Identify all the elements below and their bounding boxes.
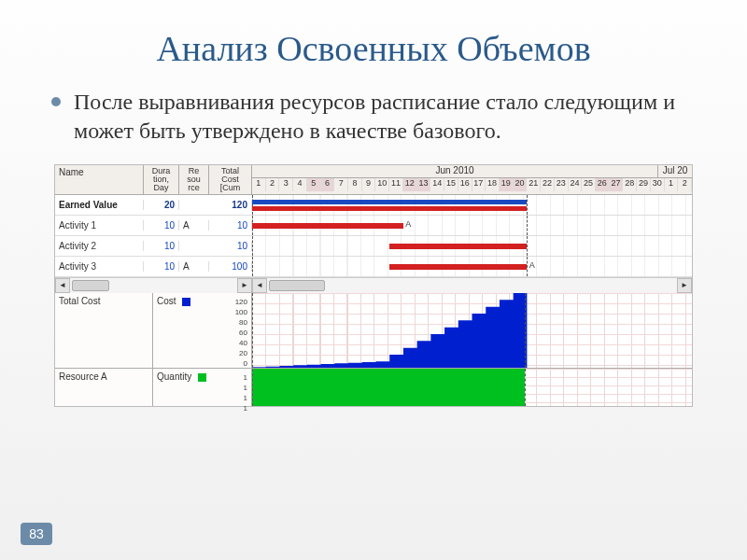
day-cell: 19: [500, 178, 514, 191]
day-cell: 6: [321, 178, 335, 191]
row-name: Activity 1: [55, 220, 144, 231]
row-cost: 100: [209, 261, 252, 272]
gantt-bar: [389, 264, 527, 270]
day-cell: 1: [252, 178, 266, 191]
day-cell: 5: [307, 178, 321, 191]
scrollbar: ◄ ► ◄ ►: [55, 277, 692, 292]
month-label-jul: Jul 20: [658, 165, 692, 177]
row-cost: 10: [209, 241, 252, 251]
gantt-area: [252, 236, 692, 256]
day-cell: 15: [444, 178, 458, 191]
day-cell: 10: [375, 178, 389, 191]
cost-legend: Cost 120100806040200: [153, 293, 252, 368]
gantt-area: A: [252, 216, 692, 235]
day-cell: 28: [623, 178, 637, 191]
gantt-rows: Earned Value 20 120 Activity 1 10 A 10 A…: [55, 195, 692, 277]
table-row: Activity 3 10 A 100 A: [55, 257, 692, 277]
slide-title: Анализ Освоенных Объемов: [37, 28, 710, 69]
slide: Анализ Освоенных Объемов После выравнива…: [0, 0, 747, 560]
day-cell: 27: [610, 178, 624, 191]
day-cell: 24: [569, 178, 583, 191]
cost-y-axis: 120100806040200: [235, 297, 247, 369]
day-cell: 14: [430, 178, 444, 191]
timeline-header: Jun 2010 Jul 20 123456789101112131415161…: [252, 165, 692, 194]
row-name: Activity 2: [55, 241, 144, 251]
gantt-area: [252, 195, 692, 215]
bullet-item: После выравнивания ресурсов расписание с…: [51, 88, 696, 146]
day-cell: 4: [293, 178, 307, 191]
bar-end-label: A: [405, 219, 411, 229]
day-cell: 21: [527, 178, 541, 191]
scroll-track[interactable]: [267, 278, 677, 293]
gantt-panel: Name Dura tion, Day Re sou rce Total Cos…: [54, 164, 693, 407]
row-duration: 10: [144, 220, 179, 231]
day-cell: 9: [362, 178, 376, 191]
bullet-text: После выравнивания ресурсов расписание с…: [74, 88, 696, 146]
row-name: Activity 3: [55, 261, 144, 272]
resource-section-label: Resource A: [55, 369, 153, 406]
day-cell: 20: [514, 178, 528, 191]
col-header-duration: Dura tion, Day: [144, 165, 179, 194]
day-cell: 13: [417, 178, 431, 191]
day-cell: 29: [637, 178, 651, 191]
day-cell: 22: [541, 178, 555, 191]
gantt-area: A: [252, 257, 692, 276]
resource-y-axis: 1111: [244, 372, 247, 413]
row-resource: A: [179, 261, 209, 272]
vline-end: [525, 369, 526, 406]
col-header-resource: Re sou rce: [179, 165, 209, 194]
cost-section-label: Total Cost: [55, 293, 153, 368]
gantt-bar: [389, 244, 527, 249]
day-cell: 1: [665, 178, 679, 191]
scroll-left-icon[interactable]: ◄: [55, 278, 70, 293]
resource-chart: [252, 369, 692, 406]
day-cell: 17: [472, 178, 486, 191]
row-cost: 120: [209, 200, 252, 210]
row-cost: 10: [209, 220, 252, 231]
vline-end: [525, 293, 526, 368]
day-cell: 2: [678, 178, 692, 191]
day-cell: 26: [596, 178, 610, 191]
row-duration: 10: [144, 241, 179, 251]
day-cell: 7: [334, 178, 348, 191]
day-cell: 23: [555, 178, 569, 191]
scroll-left-icon[interactable]: ◄: [252, 278, 267, 293]
scroll-thumb[interactable]: [72, 280, 109, 291]
row-resource: A: [179, 220, 209, 231]
resource-legend: Quantity 1111: [153, 369, 252, 406]
resource-section: Resource A Quantity 1111: [55, 368, 692, 406]
cost-legend-text: Cost: [157, 296, 176, 306]
day-scale: 1234567891011121314151617181920212223242…: [252, 178, 692, 191]
cost-area-icon: [252, 293, 692, 368]
bullet-dot-icon: [51, 97, 61, 106]
row-duration: 20: [144, 200, 179, 210]
table-row: Earned Value 20 120: [55, 195, 692, 216]
day-cell: 3: [279, 178, 293, 191]
vline-start: [252, 369, 253, 406]
resource-legend-swatch: [198, 373, 206, 382]
day-cell: 30: [651, 178, 665, 191]
vline-start: [252, 293, 253, 368]
resource-bar: [252, 369, 525, 406]
cost-chart: [252, 293, 692, 368]
gantt-bar: [252, 223, 403, 229]
bar-end-label: A: [529, 260, 535, 270]
scroll-track[interactable]: [70, 278, 237, 293]
table-row: Activity 1 10 A 10 A: [55, 216, 692, 236]
row-name: Earned Value: [55, 200, 144, 210]
day-cell: 8: [348, 178, 362, 191]
scroll-right-icon[interactable]: ►: [237, 278, 252, 293]
day-cell: 12: [403, 178, 417, 191]
day-cell: 16: [458, 178, 472, 191]
scroll-thumb[interactable]: [269, 280, 325, 291]
table-row: Activity 2 10 10: [55, 236, 692, 257]
day-cell: 2: [266, 178, 280, 191]
gantt-bar: [252, 200, 527, 204]
day-cell: 11: [389, 178, 403, 191]
gantt-bar: [252, 206, 527, 211]
row-duration: 10: [144, 261, 179, 272]
day-cell: 25: [582, 178, 596, 191]
month-label-jun: Jun 2010: [252, 165, 658, 177]
table-header: Name Dura tion, Day Re sou rce Total Cos…: [55, 165, 692, 195]
scroll-right-icon[interactable]: ►: [677, 278, 692, 293]
